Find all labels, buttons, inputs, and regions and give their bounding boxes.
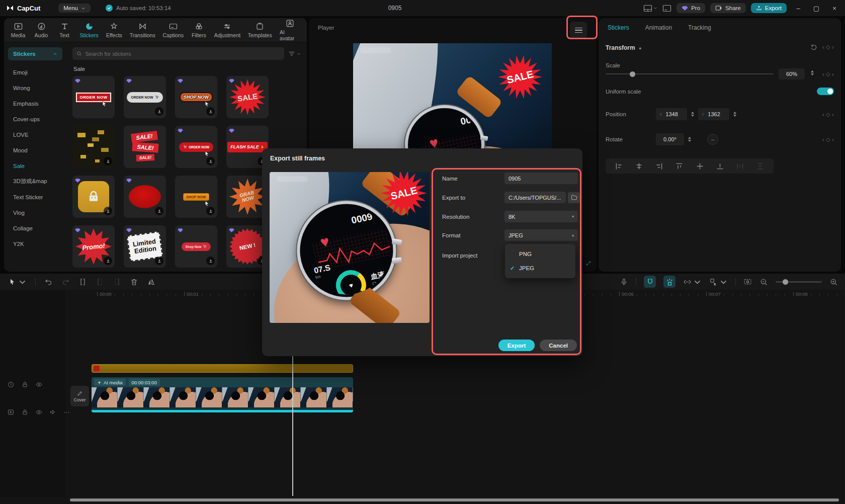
- sticker-tile[interactable]: ORDER NOW: [175, 126, 217, 168]
- scale-keyframe[interactable]: ‹◇›: [822, 70, 834, 78]
- scale-slider[interactable]: [606, 73, 774, 74]
- split-right-tool[interactable]: [113, 278, 121, 286]
- position-y-stepper[interactable]: [733, 112, 736, 117]
- eye-icon[interactable]: [35, 408, 43, 416]
- category-mood[interactable]: Mood: [8, 142, 69, 158]
- ribbon-item-stickers[interactable]: Stickers: [76, 20, 102, 40]
- sticker-tile[interactable]: SHOP NOW: [175, 176, 217, 218]
- cover-button[interactable]: Cover: [70, 386, 89, 406]
- keyframe-control[interactable]: ‹◇›: [822, 43, 834, 51]
- player-menu-button[interactable]: [570, 22, 587, 39]
- category-collage[interactable]: Collage: [8, 220, 69, 236]
- sticker-tile[interactable]: ORDER NOW: [72, 76, 115, 118]
- scale-value[interactable]: 60%: [779, 68, 805, 79]
- select-link-tool[interactable]: [709, 278, 728, 286]
- download-icon[interactable]: [155, 207, 163, 215]
- category-emphasis[interactable]: Emphasis: [8, 96, 69, 111]
- sticker-tile[interactable]: ORDER NOW: [124, 76, 166, 118]
- ribbon-item-templates[interactable]: Templates: [245, 20, 276, 40]
- uniform-scale-toggle[interactable]: [817, 88, 834, 95]
- maximize-button[interactable]: ▢: [810, 5, 823, 12]
- rotate-field[interactable]: 0.00°: [656, 133, 684, 145]
- lock-icon[interactable]: [21, 408, 29, 416]
- download-icon[interactable]: [104, 257, 112, 265]
- stickers-dropdown-header[interactable]: Stickers: [8, 47, 62, 60]
- download-icon[interactable]: [155, 257, 163, 265]
- link-tool[interactable]: [683, 278, 702, 286]
- minimize-button[interactable]: –: [792, 5, 805, 12]
- ribbon-item-media[interactable]: Media: [7, 20, 29, 40]
- ribbon-item-transitions[interactable]: Transitions: [126, 20, 158, 40]
- zoom-in-icon[interactable]: [829, 278, 838, 286]
- sticker-tile[interactable]: [124, 176, 166, 218]
- tab-animation[interactable]: Animation: [645, 24, 672, 31]
- browse-folder-button[interactable]: [568, 192, 580, 203]
- sale-sticker[interactable]: SALE: [498, 55, 542, 99]
- magnet-snap-toggle[interactable]: [644, 276, 656, 288]
- rotate-knob[interactable]: –: [707, 134, 718, 145]
- download-icon[interactable]: [155, 107, 163, 116]
- sticker-track-clip[interactable]: [92, 364, 353, 373]
- scale-slider-knob[interactable]: [630, 71, 635, 77]
- name-field[interactable]: [504, 173, 578, 184]
- search-input[interactable]: [85, 51, 280, 57]
- ribbon-item-ai-avatar[interactable]: AI avatar: [276, 18, 304, 43]
- align-left-icon[interactable]: [615, 162, 623, 171]
- export-path-field[interactable]: C:/Users/TOPGUS/...: [504, 192, 566, 203]
- eye-icon[interactable]: [35, 381, 43, 388]
- media-track-icon[interactable]: [7, 408, 15, 416]
- ribbon-item-filters[interactable]: Filters: [188, 20, 210, 40]
- split-left-tool[interactable]: [96, 278, 104, 286]
- sticker-tile[interactable]: SHOP NOW: [175, 76, 217, 118]
- download-icon[interactable]: [104, 157, 112, 165]
- position-y-field[interactable]: Y 1362: [698, 108, 729, 120]
- ribbon-item-adjustment[interactable]: Adjustment: [211, 20, 243, 40]
- horizontal-scrollbar[interactable]: [70, 498, 839, 501]
- category-3d-map[interactable]: 3D游戏&map: [8, 174, 69, 189]
- auto-split-toggle[interactable]: [663, 276, 675, 288]
- undo-button[interactable]: [44, 278, 53, 286]
- sticker-tile[interactable]: LimitedEdition: [124, 225, 166, 268]
- select-tool[interactable]: [8, 278, 27, 286]
- category-wrong[interactable]: Wrong: [8, 80, 69, 96]
- video-clip[interactable]: AI media 00:00:03:00: [92, 377, 353, 412]
- download-icon[interactable]: [206, 207, 215, 215]
- sticker-tile[interactable]: Promo!: [72, 225, 115, 268]
- category-text-sticker[interactable]: Text Sticker: [8, 189, 69, 205]
- position-keyframe[interactable]: ‹◇›: [822, 111, 834, 118]
- timeline-zoom-slider[interactable]: [776, 281, 822, 283]
- rotate-keyframe[interactable]: ‹◇›: [822, 136, 834, 143]
- download-icon[interactable]: [206, 257, 215, 265]
- more-options-icon[interactable]: ⋯: [63, 409, 70, 416]
- workspace-layout-icon[interactable]: [643, 5, 657, 12]
- ribbon-item-captions[interactable]: Captions: [159, 20, 187, 40]
- expand-icon[interactable]: ⤢: [586, 260, 590, 267]
- dialog-export-button[interactable]: Export: [498, 340, 535, 351]
- scale-stepper[interactable]: [811, 70, 814, 75]
- close-button[interactable]: ×: [828, 5, 841, 12]
- share-button[interactable]: Share: [710, 3, 746, 13]
- resolution-select[interactable]: 8K▾: [504, 211, 578, 222]
- duration-clock-icon[interactable]: [7, 381, 15, 388]
- format-option-png[interactable]: PNG: [505, 247, 575, 261]
- category-cover-ups[interactable]: Cover-ups: [8, 111, 69, 127]
- ribbon-item-audio[interactable]: Audio: [30, 20, 52, 40]
- reset-icon[interactable]: [810, 44, 817, 51]
- download-icon[interactable]: [104, 207, 112, 215]
- category-love[interactable]: LOVE: [8, 127, 69, 142]
- transform-section-header[interactable]: Transform▲: [606, 44, 834, 51]
- align-middle-icon[interactable]: [696, 162, 704, 171]
- voiceover-mic-icon[interactable]: [620, 278, 628, 286]
- menu-button[interactable]: Menu: [58, 4, 91, 13]
- category-y2k[interactable]: Y2K: [8, 236, 69, 251]
- mirror-button[interactable]: [147, 278, 155, 286]
- category-sale[interactable]: Sale: [8, 158, 69, 174]
- category-emoji[interactable]: Emoji: [8, 64, 69, 80]
- zoom-out-icon[interactable]: [759, 278, 768, 286]
- rotate-stepper[interactable]: [688, 137, 691, 142]
- sticker-search[interactable]: [72, 47, 284, 60]
- delete-button[interactable]: [130, 278, 138, 286]
- format-select[interactable]: JPEG▴: [504, 229, 578, 241]
- tab-stickers[interactable]: Stickers: [608, 24, 629, 31]
- mute-speaker-icon[interactable]: [49, 408, 57, 416]
